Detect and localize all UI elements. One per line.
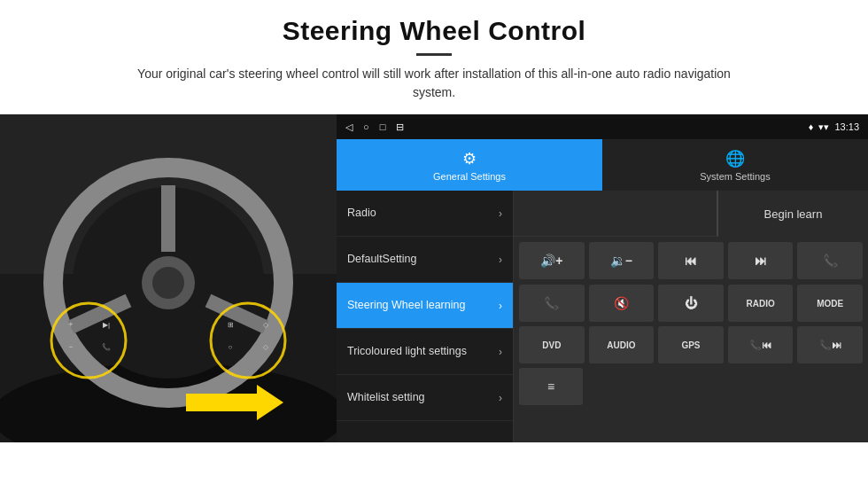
- call-answer-button[interactable]: 📞: [519, 285, 585, 322]
- nav-home-icon[interactable]: ○: [363, 121, 369, 132]
- tab-bar: ⚙ General Settings 🌐 System Settings: [337, 139, 868, 191]
- title-divider: [416, 53, 452, 56]
- mute-icon: 🔇: [614, 296, 629, 310]
- nav-back-icon[interactable]: ◁: [345, 121, 353, 133]
- svg-text:−: −: [68, 342, 73, 351]
- audio-button[interactable]: AUDIO: [589, 326, 655, 363]
- controls-empty-area: [514, 191, 717, 236]
- begin-learn-button[interactable]: Begin learn: [717, 191, 868, 237]
- nav-buttons: ◁ ○ □ ⊟: [345, 121, 404, 133]
- phone-prev-button[interactable]: 📞⏮: [728, 326, 794, 363]
- menu-item-radio-label: Radio: [347, 206, 376, 220]
- right-controls: Begin learn 🔊+ 🔉− ⏮: [514, 191, 868, 442]
- controls-top-row: Begin learn: [514, 191, 868, 237]
- chevron-right-icon: ›: [499, 254, 502, 266]
- menu-item-steering[interactable]: Steering Wheel learning ›: [337, 283, 513, 329]
- time-display: 13:13: [834, 121, 859, 132]
- control-buttons-row2: 📞 🔇 ⏻ RADIO MODE: [514, 285, 868, 326]
- chevron-right-icon: ›: [499, 207, 502, 220]
- next-track-icon: ⏭: [755, 254, 767, 268]
- nav-square-icon[interactable]: □: [380, 121, 386, 132]
- tab-system-label: System Settings: [700, 171, 770, 182]
- main-content: + ▶| − 📞 ⊞ ◇ ○ ◇: [0, 114, 868, 442]
- vol-up-icon: 🔊+: [540, 254, 562, 268]
- prev-track-button[interactable]: ⏮: [658, 242, 724, 279]
- power-icon: ⏻: [685, 296, 697, 310]
- tab-system[interactable]: 🌐 System Settings: [602, 139, 868, 191]
- svg-text:▶|: ▶|: [103, 321, 110, 329]
- chevron-right-icon: ›: [499, 300, 502, 312]
- gear-icon: ⚙: [462, 149, 477, 168]
- content-area: Radio › DefaultSetting › Steering Wheel …: [337, 191, 868, 442]
- tab-general[interactable]: ⚙ General Settings: [337, 139, 602, 191]
- phone-next-button[interactable]: 📞⏭: [797, 326, 863, 363]
- mode-button[interactable]: MODE: [797, 285, 863, 322]
- radio-button[interactable]: RADIO: [728, 285, 794, 322]
- svg-text:📞: 📞: [102, 342, 111, 351]
- svg-text:◇: ◇: [263, 343, 269, 351]
- menu-item-tricoloured-label: Tricoloured light settings: [347, 344, 467, 358]
- menu-item-default-label: DefaultSetting: [347, 252, 417, 266]
- gps-icon: GPS: [681, 340, 700, 350]
- steering-wheel-bg: + ▶| − 📞 ⊞ ◇ ○ ◇: [0, 114, 337, 442]
- status-indicators: ♦ ▾▾ 13:13: [809, 121, 859, 133]
- vol-down-button[interactable]: 🔉−: [589, 242, 655, 279]
- signal-icon: ▾▾: [818, 121, 829, 133]
- menu-item-tricoloured[interactable]: Tricoloured light settings ›: [337, 329, 513, 375]
- control-buttons-row4: ≡: [514, 368, 868, 410]
- menu-item-radio[interactable]: Radio ›: [337, 191, 513, 237]
- page-title: Steering Wheel Control: [283, 16, 586, 46]
- mute-button[interactable]: 🔇: [589, 285, 655, 322]
- special-icon: ≡: [547, 379, 554, 394]
- gps-status-icon: ♦: [809, 121, 814, 132]
- vol-down-icon: 🔉−: [610, 254, 632, 268]
- svg-text:◇: ◇: [263, 321, 269, 329]
- power-button[interactable]: ⏻: [658, 285, 724, 322]
- svg-text:⊞: ⊞: [228, 321, 234, 329]
- control-buttons-row1: 🔊+ 🔉− ⏮ ⏭ 📞: [514, 237, 868, 285]
- page-subtitle: Your original car's steering wheel contr…: [115, 65, 753, 102]
- special-button[interactable]: ≡: [519, 368, 583, 405]
- chevron-right-icon: ›: [499, 346, 502, 358]
- dvd-icon: DVD: [542, 340, 561, 350]
- tab-general-label: General Settings: [433, 171, 506, 182]
- phone-prev-icon: 📞⏮: [749, 340, 771, 351]
- menu-item-steering-label: Steering Wheel learning: [347, 298, 465, 312]
- gps-button[interactable]: GPS: [658, 326, 724, 363]
- vol-up-button[interactable]: 🔊+: [519, 242, 585, 279]
- phone-next-icon: 📞⏭: [819, 340, 841, 351]
- audio-icon: AUDIO: [607, 340, 635, 350]
- dvd-button[interactable]: DVD: [519, 326, 585, 363]
- status-bar: ◁ ○ □ ⊟ ♦ ▾▾ 13:13: [337, 114, 868, 139]
- radio-btn-icon: RADIO: [746, 299, 774, 309]
- next-track-button[interactable]: ⏭: [728, 242, 794, 279]
- control-buttons-row3: DVD AUDIO GPS 📞⏮ 📞⏭: [514, 326, 868, 368]
- menu-item-default[interactable]: DefaultSetting ›: [337, 237, 513, 283]
- page-wrapper: Steering Wheel Control Your original car…: [0, 0, 868, 500]
- prev-track-icon: ⏮: [685, 254, 697, 268]
- menu-item-whitelist[interactable]: Whitelist setting ›: [337, 375, 513, 421]
- android-panel: ◁ ○ □ ⊟ ♦ ▾▾ 13:13 ⚙ General Settings: [337, 114, 868, 442]
- image-panel: + ▶| − 📞 ⊞ ◇ ○ ◇: [0, 114, 337, 442]
- call-answer-icon: 📞: [544, 296, 559, 310]
- nav-menu-icon[interactable]: ⊟: [396, 121, 404, 133]
- system-icon: 🌐: [725, 149, 745, 168]
- left-menu: Radio › DefaultSetting › Steering Wheel …: [337, 191, 514, 442]
- svg-text:+: +: [68, 320, 73, 329]
- svg-point-9: [152, 267, 184, 299]
- chevron-right-icon: ›: [499, 392, 502, 404]
- phone-button[interactable]: 📞: [797, 242, 863, 279]
- menu-item-whitelist-label: Whitelist setting: [347, 390, 425, 404]
- svg-text:○: ○: [229, 343, 233, 351]
- mode-icon: MODE: [817, 299, 843, 309]
- phone-icon: 📞: [823, 254, 838, 268]
